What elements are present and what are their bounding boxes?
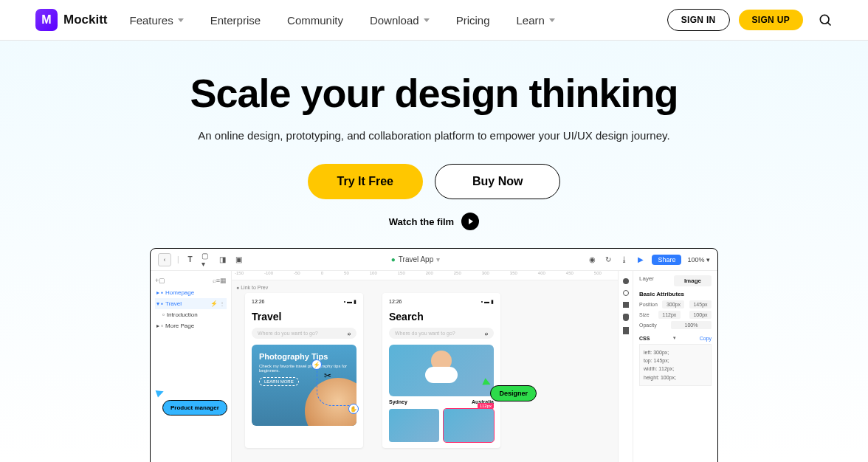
app-preview: ‹ | T ▢ ▾ ◨ ▣ ● Travel App ▾ ◉ ↻ ⭳ ▶ Sha… xyxy=(150,248,718,462)
opacity-input[interactable]: 100% xyxy=(671,321,712,329)
shape-tool-icon[interactable]: ▢ ▾ xyxy=(202,255,212,265)
destination-card[interactable] xyxy=(389,345,494,396)
hero-title: Scale your design thinking xyxy=(0,70,868,116)
image-tool-icon[interactable]: ▣ xyxy=(234,255,244,265)
logo-icon: M xyxy=(35,9,58,31)
signin-button[interactable]: SIGN IN xyxy=(667,9,730,31)
workspace: + ▢ ⌕ ≡ ▦ ▸ ▪ Homepage ▾ ▪ Travel⚡ ⋮ ▫ I… xyxy=(151,271,717,462)
person-image xyxy=(431,351,452,371)
css-output: left: 300px; top: 145px; width: 112px; h… xyxy=(639,344,712,386)
height-input[interactable]: 100px xyxy=(689,311,712,319)
app-toolbar: ‹ | T ▢ ▾ ◨ ▣ ● Travel App ▾ ◉ ↻ ⭳ ▶ Sha… xyxy=(151,249,717,271)
logo-text: Mockitt xyxy=(63,13,108,27)
page-travel[interactable]: ▾ ▪ Travel⚡ ⋮ xyxy=(155,298,227,309)
project-name[interactable]: ● Travel App ▾ xyxy=(252,255,580,263)
connector-line xyxy=(317,365,350,406)
link-prev-label[interactable]: ● Link to Prev xyxy=(232,280,618,290)
product-manager-tag: Product manager xyxy=(162,400,227,416)
search-icon[interactable] xyxy=(818,13,833,27)
search-field[interactable]: Where do you want to go?⌕ xyxy=(252,328,356,339)
layer-type[interactable]: Image xyxy=(674,275,712,286)
svg-point-0 xyxy=(820,15,829,24)
share-button[interactable]: Share xyxy=(652,255,681,265)
chevron-down-icon xyxy=(178,18,184,22)
hero-section: Scale your design thinking An online des… xyxy=(0,41,868,462)
nav-community[interactable]: Community xyxy=(287,14,343,27)
buy-now-button[interactable]: Buy Now xyxy=(435,164,560,199)
hero-subtitle: An online design, prototyping, and colla… xyxy=(0,129,868,142)
basic-attributes-label: Basic Attributes xyxy=(639,291,712,297)
pages-panel: + ▢ ⌕ ≡ ▦ ▸ ▪ Homepage ▾ ▪ Travel⚡ ⋮ ▫ I… xyxy=(151,271,232,462)
watch-film-button[interactable]: Watch the film xyxy=(0,213,868,230)
canvas[interactable]: -150-100-5005010015020025030035040045050… xyxy=(232,271,618,462)
tool-icon[interactable] xyxy=(623,327,629,334)
size-badge: 112px xyxy=(478,403,494,409)
watch-film-label: Watch the film xyxy=(389,216,454,227)
scissors-icon[interactable]: ✂ xyxy=(324,370,331,381)
history-icon[interactable]: ↻ xyxy=(603,255,613,265)
pos-x-input[interactable]: 300px xyxy=(662,300,684,308)
user-icon[interactable]: ◉ xyxy=(587,255,597,265)
pos-y-input[interactable]: 145px xyxy=(689,300,712,308)
nav-learn[interactable]: Learn xyxy=(517,14,555,27)
grid-view-icon[interactable]: ▦ xyxy=(220,277,227,284)
thumbnail-selected[interactable]: 112px xyxy=(444,409,494,442)
ruler: -150-100-5005010015020025030035040045050… xyxy=(232,271,618,280)
layer-label: Layer xyxy=(639,275,654,286)
check-icon: ● xyxy=(391,255,396,263)
chevron-down-icon xyxy=(549,18,555,22)
nav-pricing[interactable]: Pricing xyxy=(456,14,490,27)
copy-css-button[interactable]: Copy xyxy=(700,336,712,341)
preview-icon[interactable]: ▶ xyxy=(636,255,646,265)
inspector-panel: LayerImage Basic Attributes Position300p… xyxy=(633,271,717,462)
designer-tag: Designer xyxy=(490,385,537,401)
page-introduction[interactable]: ▫ Introduction xyxy=(155,309,227,320)
signup-button[interactable]: SIGN UP xyxy=(739,10,803,30)
cursor-icon xyxy=(156,388,165,398)
zoom-level[interactable]: 100% ▾ xyxy=(687,256,710,263)
play-icon xyxy=(461,213,479,230)
learn-more-button[interactable]: LEARN MORE xyxy=(259,377,299,386)
text-tool-icon[interactable]: T xyxy=(185,255,196,265)
search-field[interactable]: Where do you want to go?⌕ xyxy=(389,328,494,339)
folder-icon[interactable]: ▢ xyxy=(159,277,165,284)
svg-line-1 xyxy=(827,22,830,25)
component-tool-icon[interactable]: ◨ xyxy=(218,255,228,265)
tool-icon[interactable] xyxy=(623,278,629,284)
main-nav: Features Enterprise Community Download P… xyxy=(130,14,555,27)
nav-enterprise[interactable]: Enterprise xyxy=(210,14,261,27)
try-free-button[interactable]: Try It Free xyxy=(308,164,423,199)
nav-features[interactable]: Features xyxy=(130,14,184,27)
width-input[interactable]: 112px xyxy=(658,311,681,319)
chevron-down-icon xyxy=(424,18,430,22)
tool-icon[interactable] xyxy=(623,314,629,321)
page-homepage[interactable]: ▸ ▪ Homepage xyxy=(155,287,227,298)
tool-icon[interactable] xyxy=(623,290,629,296)
main-header: M Mockitt Features Enterprise Community … xyxy=(0,0,868,41)
page-more[interactable]: ▸ ▫ More Page xyxy=(155,320,227,331)
flow-pin-icon[interactable]: ⚡ xyxy=(311,359,322,370)
flow-pin-icon[interactable]: ✋ xyxy=(348,404,359,414)
screen-title: Travel xyxy=(252,311,356,323)
thumbnail[interactable] xyxy=(389,409,439,442)
screen-title: Search xyxy=(389,311,494,323)
nav-download[interactable]: Download xyxy=(370,14,430,27)
screen-search[interactable]: 12:26• ▬ ▮ Search Where do you want to g… xyxy=(382,293,500,448)
tools-rail xyxy=(618,271,633,462)
download-icon[interactable]: ⭳ xyxy=(619,255,630,265)
logo[interactable]: M Mockitt xyxy=(35,9,108,31)
tool-icon[interactable] xyxy=(623,302,629,308)
back-button[interactable]: ‹ xyxy=(158,253,171,266)
